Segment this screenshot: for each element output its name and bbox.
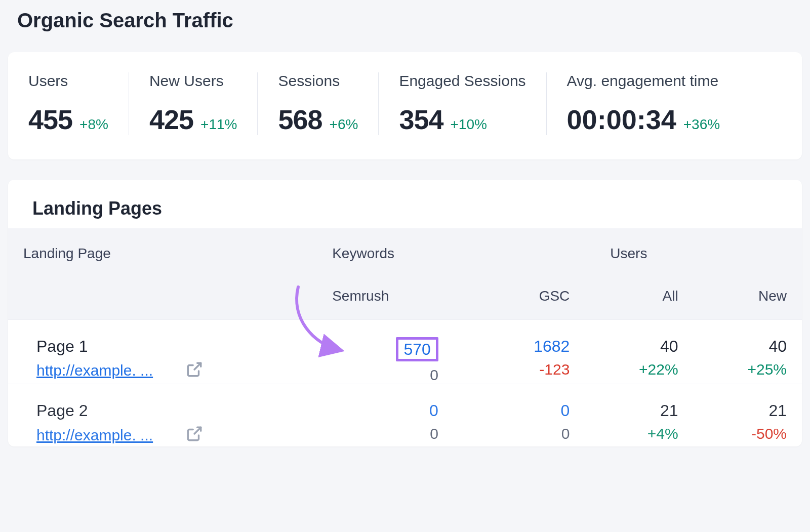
col-header-gsc[interactable]: GSC [454, 266, 585, 319]
col-group-keywords: Keywords [276, 228, 585, 266]
col-header-new[interactable]: New [694, 266, 802, 319]
page-name: Page 2 [36, 401, 261, 420]
stat-delta: +8% [79, 116, 108, 133]
new-users-delta: +25% [709, 361, 787, 378]
stat-delta: +36% [683, 116, 720, 133]
landing-pages-table: Landing Page Keywords Users Semrush GSC … [8, 228, 802, 446]
stats-card: Users 455 +8% New Users 425 +11% Session… [8, 52, 802, 159]
stat-new-users[interactable]: New Users 425 +11% [129, 72, 258, 135]
col-header-landing-page[interactable]: Landing Page [8, 228, 276, 319]
new-users-value: 40 [709, 337, 787, 356]
stat-delta: +11% [200, 116, 237, 133]
external-link-icon[interactable] [186, 425, 203, 446]
stat-sessions[interactable]: Sessions 568 +6% [257, 72, 378, 135]
table-row: Page 2 http://example. ... 0 0 0 0 [8, 384, 802, 446]
stat-value: 425 [149, 104, 193, 135]
all-users-delta: +22% [600, 361, 678, 378]
stat-delta: +10% [451, 116, 487, 133]
landing-pages-card: Landing Pages Landing Page Keywords User… [8, 180, 802, 446]
stat-avg-engagement[interactable]: Avg. engagement time 00:00:34 +36% [546, 72, 741, 135]
gsc-delta: 0 [469, 425, 570, 442]
section-title: Landing Pages [8, 180, 802, 228]
all-users-value: 21 [600, 401, 678, 420]
stat-delta: +6% [330, 116, 358, 133]
stat-label: Avg. engagement time [567, 72, 720, 90]
table-row: Page 1 http://example. ... 570 0 1682 [8, 319, 802, 384]
gsc-delta: -123 [469, 361, 570, 378]
all-users-value: 40 [600, 337, 678, 356]
stat-value: 00:00:34 [567, 104, 676, 135]
col-group-users: Users [585, 228, 802, 266]
semrush-value[interactable]: 0 [292, 401, 438, 420]
stat-users[interactable]: Users 455 +8% [8, 72, 129, 135]
page-url-link[interactable]: http://example. ... [36, 362, 153, 379]
stat-label: Users [28, 72, 108, 90]
new-users-delta: -50% [709, 425, 787, 442]
external-link-icon[interactable] [186, 361, 203, 382]
stat-value: 568 [278, 104, 322, 135]
page-url-link[interactable]: http://example. ... [36, 427, 153, 444]
stat-value: 354 [399, 104, 443, 135]
stat-engaged-sessions[interactable]: Engaged Sessions 354 +10% [378, 72, 546, 135]
semrush-delta: 0 [292, 366, 438, 384]
stat-value: 455 [28, 104, 72, 135]
semrush-value[interactable]: 570 [403, 340, 430, 358]
col-header-all[interactable]: All [585, 266, 693, 319]
page-title: Organic Search Traffic [0, 0, 810, 52]
semrush-delta: 0 [292, 425, 438, 442]
stat-label: Sessions [278, 72, 358, 90]
stat-label: Engaged Sessions [399, 72, 525, 90]
col-header-semrush[interactable]: Semrush [276, 266, 454, 319]
gsc-value[interactable]: 0 [469, 401, 570, 420]
highlighted-value: 570 [396, 337, 438, 361]
new-users-value: 21 [709, 401, 787, 420]
stat-label: New Users [149, 72, 237, 90]
page-name: Page 1 [36, 337, 261, 356]
all-users-delta: +4% [600, 425, 678, 442]
gsc-value[interactable]: 1682 [469, 337, 570, 356]
